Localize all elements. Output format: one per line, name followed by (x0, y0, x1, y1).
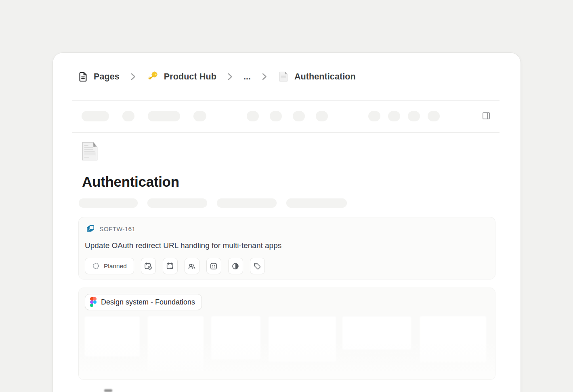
issue-header: SOFTW-161 (86, 225, 135, 233)
cutoff-content-mark (104, 389, 112, 392)
issue-title: Update OAuth redirect URL handling for m… (85, 241, 281, 250)
page-curled-icon[interactable] (80, 141, 100, 162)
figma-embed-card: Design system - Foundations (78, 288, 495, 380)
calendar-check-icon (166, 262, 174, 271)
skeleton-pill (247, 111, 259, 121)
estimate-dots-icon (209, 262, 218, 271)
skeleton-pill (82, 111, 109, 121)
skeleton-pill (368, 111, 380, 121)
toolbar-skeleton-group (247, 111, 328, 121)
skeleton-pill (286, 198, 347, 208)
linked-issue-card[interactable]: SOFTW-161 Update OAuth redirect URL hand… (78, 217, 495, 279)
toolbar-skeleton-group (82, 111, 206, 121)
status-button[interactable]: Planned (85, 258, 134, 274)
key-icon (147, 71, 159, 83)
dashed-circle-icon (92, 262, 100, 270)
status-label: Planned (104, 263, 127, 270)
priority-contrast-icon (231, 262, 240, 271)
page-title: Authentication (82, 174, 179, 190)
due-date-button[interactable] (163, 258, 178, 274)
main-window-card: Pages Product Hub (52, 52, 521, 392)
breadcrumb-label: Product Hub (164, 72, 216, 82)
figma-logo-icon (90, 297, 97, 307)
skeleton-pill (148, 111, 180, 121)
breadcrumb-label: Authentication (294, 72, 356, 82)
skeleton-pill (408, 111, 420, 121)
toolbar-skeleton-group (368, 111, 440, 121)
estimate-button[interactable] (206, 258, 221, 274)
chevron-right-icon (227, 73, 233, 81)
target-date-button[interactable] (141, 258, 156, 274)
skeleton-pill (193, 111, 206, 121)
breadcrumb-item-product-hub[interactable]: Product Hub (147, 71, 216, 83)
breadcrumb: Pages Product Hub (53, 53, 521, 100)
skeleton-pill (147, 198, 207, 208)
figma-file-name: Design system - Foundations (101, 298, 195, 307)
page-curled-icon (278, 71, 289, 82)
breadcrumb-item-pages[interactable]: Pages (78, 71, 120, 82)
skeleton-pill (293, 111, 305, 121)
priority-button[interactable] (228, 258, 243, 274)
chevron-right-icon (262, 73, 267, 81)
page-properties-skeleton (79, 198, 347, 208)
label-button[interactable] (250, 258, 265, 274)
breadcrumb-collapsed-item[interactable]: ... (243, 72, 251, 82)
skeleton-pill (388, 111, 400, 121)
breadcrumb-item-authentication[interactable]: Authentication (278, 71, 356, 82)
assignees-button[interactable] (185, 258, 199, 274)
skeleton-pill (316, 111, 328, 121)
figma-file-chip[interactable]: Design system - Foundations (85, 294, 202, 310)
panel-right-toggle-icon[interactable] (481, 111, 491, 121)
divider (72, 132, 500, 133)
skeleton-pill (79, 198, 138, 208)
assignees-icon (187, 262, 196, 271)
issue-id: SOFTW-161 (99, 225, 135, 233)
project-layers-icon (86, 225, 95, 233)
calendar-clock-icon (144, 262, 153, 271)
skeleton-pill (217, 198, 277, 208)
toolbar-loading (53, 100, 521, 132)
skeleton-pill (428, 111, 440, 121)
chevron-right-icon (130, 73, 136, 81)
fade-overlay (79, 341, 495, 379)
skeleton-pill (270, 111, 282, 121)
issue-actions-row: Planned (85, 258, 265, 274)
breadcrumb-label: Pages (94, 72, 120, 82)
label-tag-icon (253, 262, 262, 271)
document-lines-icon (78, 71, 88, 82)
skeleton-pill (122, 111, 134, 121)
